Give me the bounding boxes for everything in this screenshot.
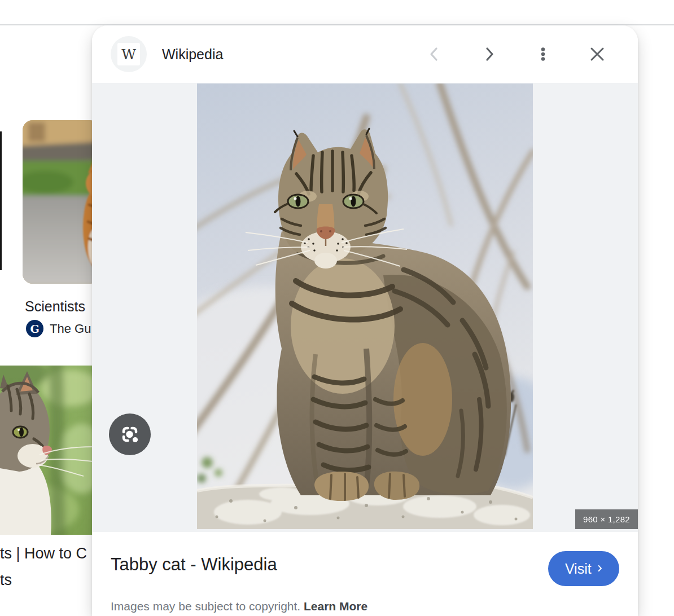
more-options-button[interactable] bbox=[535, 46, 552, 63]
result-caption-top[interactable]: Scientists bbox=[25, 297, 85, 315]
cat-on-road-image bbox=[23, 120, 99, 284]
google-images-screen: Scientists G The Gu bbox=[0, 0, 674, 616]
result-caption-bottom[interactable]: ts | How to Cts bbox=[0, 540, 87, 593]
back-button[interactable] bbox=[426, 46, 443, 63]
more-vertical-icon bbox=[536, 47, 550, 61]
caption-line-2: ts bbox=[0, 571, 12, 588]
cat-profile-image bbox=[0, 366, 96, 535]
wikipedia-favicon-letter: W bbox=[117, 43, 140, 65]
back-icon bbox=[427, 47, 442, 61]
image-page-title[interactable]: Tabby cat - Wikipedia bbox=[111, 555, 277, 575]
result-source-top[interactable]: The Gu bbox=[50, 322, 91, 336]
preview-header: W Wikipedia bbox=[92, 25, 638, 83]
image-viewer: 960 × 1,282 bbox=[92, 83, 638, 532]
image-dimensions-badge: 960 × 1,282 bbox=[575, 509, 638, 529]
caption-line-1: ts | How to C bbox=[0, 545, 87, 562]
image-preview-panel: W Wikipedia bbox=[92, 25, 638, 616]
visit-chevron-icon: › bbox=[597, 560, 602, 575]
copyright-text: Images may be subject to copyright. bbox=[111, 600, 304, 613]
source-name[interactable]: Wikipedia bbox=[162, 46, 223, 63]
forward-icon bbox=[482, 47, 496, 61]
search-inside-image-button[interactable] bbox=[109, 413, 151, 455]
guardian-logo-icon: G bbox=[26, 320, 43, 337]
result-thumbnail-cat-on-road[interactable] bbox=[23, 120, 99, 284]
close-icon bbox=[589, 46, 605, 62]
preview-footer: Tabby cat - Wikipedia Visit › Images may… bbox=[92, 532, 638, 616]
learn-more-link[interactable]: Learn More bbox=[304, 600, 367, 613]
visit-button-label: Visit bbox=[565, 561, 592, 577]
visit-button[interactable]: Visit › bbox=[548, 551, 619, 586]
main-image-tabby-cat[interactable] bbox=[197, 83, 533, 529]
wikipedia-favicon[interactable]: W bbox=[111, 36, 147, 72]
cropped-thumbnail-edge bbox=[0, 131, 2, 270]
forward-button[interactable] bbox=[480, 46, 497, 63]
copyright-notice: Images may be subject to copyright. Lear… bbox=[111, 600, 367, 613]
close-button[interactable] bbox=[589, 46, 606, 63]
lens-camera-icon bbox=[120, 424, 140, 445]
result-thumbnail-cat-profile[interactable] bbox=[0, 366, 96, 535]
